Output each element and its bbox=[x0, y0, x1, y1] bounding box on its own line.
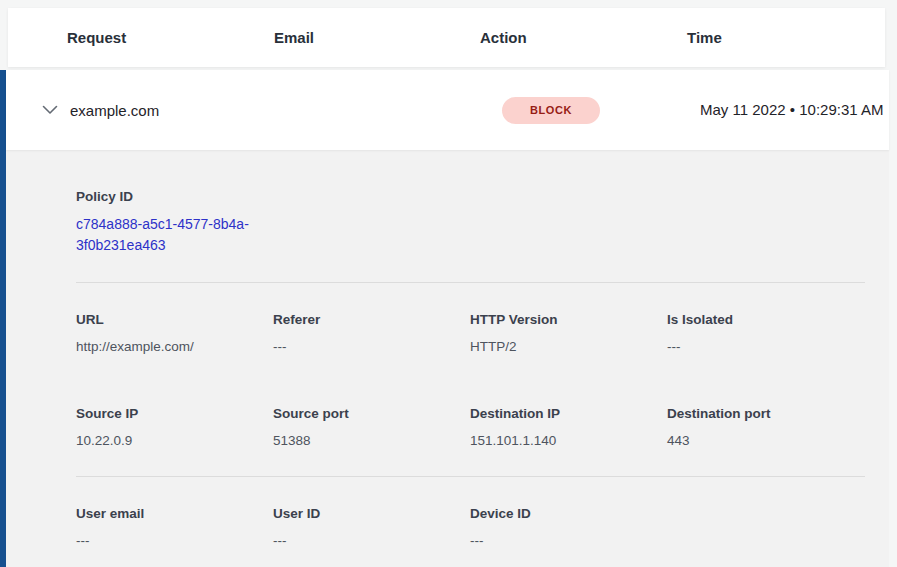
field-value: --- bbox=[667, 338, 864, 355]
field-value: 51388 bbox=[273, 432, 470, 449]
time-value: May 11 2022 • 10:29:31 AM bbox=[700, 98, 890, 122]
column-header-time: Time bbox=[687, 29, 885, 46]
field-label: User ID bbox=[273, 505, 470, 522]
field-label: User email bbox=[76, 505, 273, 522]
destination-port-field: Destination port 443 bbox=[667, 405, 864, 449]
field-label: Source IP bbox=[76, 405, 273, 422]
field-label: HTTP Version bbox=[470, 311, 667, 328]
column-header-email: Email bbox=[274, 29, 480, 46]
field-label: URL bbox=[76, 311, 273, 328]
referer-field: Referer --- bbox=[273, 311, 470, 355]
destination-ip-field: Destination IP 151.101.1.140 bbox=[470, 405, 667, 449]
field-label: Source port bbox=[273, 405, 470, 422]
section-divider bbox=[76, 282, 865, 283]
field-value: http://example.com/ bbox=[76, 338, 273, 355]
request-domain: example.com bbox=[70, 102, 483, 119]
column-header-request: Request bbox=[67, 29, 274, 46]
user-email-field: User email --- bbox=[76, 505, 273, 549]
field-value: --- bbox=[76, 532, 273, 549]
detail-row-http: URL http://example.com/ Referer --- HTTP… bbox=[76, 311, 889, 355]
block-status-badge: BLOCK bbox=[502, 97, 600, 124]
column-header-action: Action bbox=[480, 29, 687, 46]
policy-id-label: Policy ID bbox=[76, 188, 889, 205]
is-isolated-field: Is Isolated --- bbox=[667, 311, 864, 355]
device-id-field: Device ID --- bbox=[470, 505, 667, 549]
source-port-field: Source port 51388 bbox=[273, 405, 470, 449]
field-value: 443 bbox=[667, 432, 864, 449]
http-version-field: HTTP Version HTTP/2 bbox=[470, 311, 667, 355]
details-panel: Policy ID c784a888-a5c1-4577-8b4a-3f0b23… bbox=[6, 150, 889, 567]
source-ip-field: Source IP 10.22.0.9 bbox=[76, 405, 273, 449]
policy-id-link[interactable]: c784a888-a5c1-4577-8b4a-3f0b231ea463 bbox=[76, 214, 276, 256]
field-label: Destination IP bbox=[470, 405, 667, 422]
url-field: URL http://example.com/ bbox=[76, 311, 273, 355]
field-value: --- bbox=[273, 532, 470, 549]
action-cell: BLOCK bbox=[496, 97, 700, 124]
section-divider bbox=[76, 476, 865, 477]
expanded-log-entry: example.com BLOCK May 11 2022 • 10:29:31… bbox=[0, 70, 889, 567]
field-value: 10.22.0.9 bbox=[76, 432, 273, 449]
policy-id-field: Policy ID c784a888-a5c1-4577-8b4a-3f0b23… bbox=[76, 188, 889, 256]
log-row[interactable]: example.com BLOCK May 11 2022 • 10:29:31… bbox=[6, 70, 889, 150]
field-value: --- bbox=[470, 532, 667, 549]
field-value: 151.101.1.140 bbox=[470, 432, 667, 449]
chevron-down-icon bbox=[42, 105, 58, 115]
detail-row-network: Source IP 10.22.0.9 Source port 51388 De… bbox=[76, 405, 889, 449]
field-label: Referer bbox=[273, 311, 470, 328]
user-id-field: User ID --- bbox=[273, 505, 470, 549]
detail-row-user: User email --- User ID --- Device ID --- bbox=[76, 505, 889, 549]
row-expand-toggle[interactable] bbox=[6, 105, 57, 115]
field-label: Is Isolated bbox=[667, 311, 864, 328]
field-label: Destination port bbox=[667, 405, 864, 422]
field-value: HTTP/2 bbox=[470, 338, 667, 355]
field-value: --- bbox=[273, 338, 470, 355]
table-header: Request Email Action Time bbox=[8, 8, 885, 67]
field-label: Device ID bbox=[470, 505, 667, 522]
